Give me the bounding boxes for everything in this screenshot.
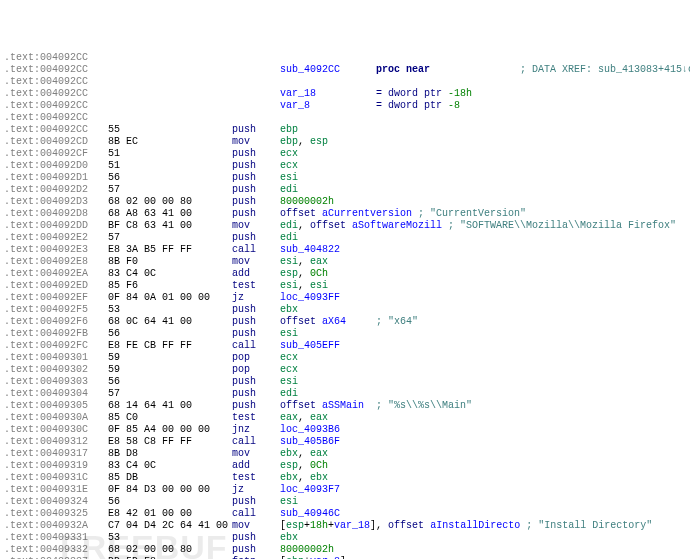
- hex-bytes: 68 0C 64 41 00: [108, 316, 232, 328]
- asm-line: .text:0040931E0F 84 D3 00 00 00jzloc_409…: [4, 484, 686, 496]
- operands: esi, eax: [280, 256, 686, 268]
- operands: sub_40946C: [280, 508, 686, 520]
- address: .text:004092F6: [4, 316, 108, 328]
- operands: ebx, ebx: [280, 472, 686, 484]
- asm-line: .text:004092E3E8 3A B5 FF FFcallsub_4048…: [4, 244, 686, 256]
- mnemonic: test: [232, 280, 280, 292]
- hex-bytes: 59: [108, 364, 232, 376]
- mnemonic: push: [232, 160, 280, 172]
- mnemonic: mov: [232, 256, 280, 268]
- mnemonic: push: [232, 328, 280, 340]
- mnemonic: mov: [232, 448, 280, 460]
- address: .text:004092F5: [4, 304, 108, 316]
- hex-bytes: 57: [108, 184, 232, 196]
- operands: edi: [280, 388, 686, 400]
- hex-bytes: 0F 84 0A 01 00 00: [108, 292, 232, 304]
- mnemonic: push: [232, 316, 280, 328]
- mnemonic: mov: [232, 220, 280, 232]
- mnemonic: jz: [232, 484, 280, 496]
- hex-bytes: 83 C4 0C: [108, 460, 232, 472]
- hex-bytes: C7 04 D4 2C 64 41 00: [108, 520, 232, 532]
- mnemonic: push: [232, 124, 280, 136]
- asm-line: .text:0040930259popecx: [4, 364, 686, 376]
- operands: [280, 112, 686, 124]
- operands: sub_404822: [280, 244, 686, 256]
- operands: [280, 52, 686, 64]
- asm-line: .text:004093178B D8movebx, eax: [4, 448, 686, 460]
- hex-bytes: 53: [108, 304, 232, 316]
- hex-bytes: 0F 84 D3 00 00 00: [108, 484, 232, 496]
- mnemonic: call: [232, 340, 280, 352]
- hex-bytes: 51: [108, 148, 232, 160]
- mnemonic: jnz: [232, 424, 280, 436]
- operands: offset aSSMain ; "%s\\%s\\Main": [280, 400, 686, 412]
- mnemonic: push: [232, 532, 280, 544]
- operands: ecx: [280, 148, 686, 160]
- hex-bytes: [108, 76, 232, 88]
- asm-line: .text:004092CC55pushebp: [4, 124, 686, 136]
- mnemonic: push: [232, 208, 280, 220]
- asm-line: .text:0040932456pushesi: [4, 496, 686, 508]
- address: .text:00409302: [4, 364, 108, 376]
- operands: loc_4093FF: [280, 292, 686, 304]
- address: .text:0040931C: [4, 472, 108, 484]
- operands: ebp: [280, 124, 686, 136]
- address: .text:004092CC: [4, 76, 108, 88]
- address: .text:00409303: [4, 376, 108, 388]
- address: .text:004092CF: [4, 148, 108, 160]
- hex-bytes: 85 C0: [108, 412, 232, 424]
- hex-bytes: 53: [108, 532, 232, 544]
- operands: var_8 = dword ptr -8: [280, 100, 686, 112]
- address: .text:004092EF: [4, 292, 108, 304]
- hex-bytes: 83 C4 0C: [108, 268, 232, 280]
- mnemonic: push: [232, 388, 280, 400]
- address: .text:00409317: [4, 448, 108, 460]
- asm-line: .text:004092F553pushebx: [4, 304, 686, 316]
- asm-line: .text:0040930457pushedi: [4, 388, 686, 400]
- address: .text:00409304: [4, 388, 108, 400]
- hex-bytes: 56: [108, 328, 232, 340]
- hex-bytes: 57: [108, 388, 232, 400]
- hex-bytes: E8 3A B5 FF FF: [108, 244, 232, 256]
- hex-bytes: 55: [108, 124, 232, 136]
- operands: sub_405EFF: [280, 340, 686, 352]
- address: .text:00409331: [4, 532, 108, 544]
- address: .text:004092D8: [4, 208, 108, 220]
- hex-bytes: E8 58 C8 FF FF: [108, 436, 232, 448]
- mnemonic: jz: [232, 292, 280, 304]
- asm-line: .text:004092CF51pushecx: [4, 148, 686, 160]
- hex-bytes: 68 14 64 41 00: [108, 400, 232, 412]
- address: .text:00409305: [4, 400, 108, 412]
- mnemonic: push: [232, 196, 280, 208]
- asm-line: .text:004092F668 0C 64 41 00pushoffset a…: [4, 316, 686, 328]
- hex-bytes: 56: [108, 376, 232, 388]
- asm-line: .text:0040931C85 DBtestebx, ebx: [4, 472, 686, 484]
- operands: sub_405B6F: [280, 436, 686, 448]
- hex-bytes: 68 02 00 00 80: [108, 544, 232, 556]
- address: .text:00409301: [4, 352, 108, 364]
- mnemonic: mov: [232, 136, 280, 148]
- address: .text:004092D3: [4, 196, 108, 208]
- address: .text:004092CC: [4, 52, 108, 64]
- address: .text:004092CC: [4, 124, 108, 136]
- asm-line: .text:004092CCvar_18 = dword ptr -18h: [4, 88, 686, 100]
- operands: ebp, esp: [280, 136, 686, 148]
- operands: esi: [280, 496, 686, 508]
- asm-line: .text:00409312E8 58 C8 FF FFcallsub_405B…: [4, 436, 686, 448]
- asm-line: .text:004092ED85 F6testesi, esi: [4, 280, 686, 292]
- address: .text:0040931E: [4, 484, 108, 496]
- mnemonic: push: [232, 184, 280, 196]
- operands: ecx: [280, 352, 686, 364]
- hex-bytes: 51: [108, 160, 232, 172]
- address: .text:00409324: [4, 496, 108, 508]
- asm-line: .text:0040931983 C4 0Caddesp, 0Ch: [4, 460, 686, 472]
- operands: 80000002h: [280, 544, 686, 556]
- address: .text:004092ED: [4, 280, 108, 292]
- hex-bytes: E8 FE CB FF FF: [108, 340, 232, 352]
- operands: var_18 = dword ptr -18h: [280, 88, 686, 100]
- address: .text:004092D1: [4, 172, 108, 184]
- address: .text:00409332: [4, 544, 108, 556]
- asm-line: .text:00409325E8 42 01 00 00callsub_4094…: [4, 508, 686, 520]
- operands: loc_4093B6: [280, 424, 686, 436]
- asm-line: .text:0040930C0F 85 A4 00 00 00jnzloc_40…: [4, 424, 686, 436]
